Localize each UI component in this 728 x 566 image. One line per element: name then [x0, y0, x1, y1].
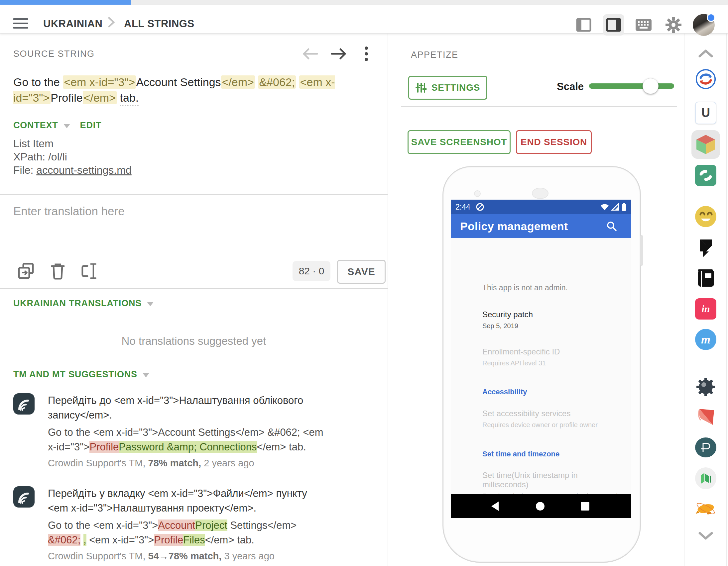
translation-input[interactable]: Enter translation here	[13, 205, 125, 218]
translation-toolbar	[17, 263, 98, 280]
list-section-header: Set time and timezone	[482, 450, 559, 458]
save-screenshot-button[interactable]: SAVE SCREENSHOT	[408, 130, 511, 154]
sync-icon[interactable]	[695, 68, 716, 90]
search-icon[interactable]	[606, 221, 617, 232]
scale-slider[interactable]	[589, 83, 674, 89]
tm-suggestion-row[interactable]: Перейдіть у вкладку <em x-id="3">Файли</…	[13, 486, 342, 562]
translations-section-label[interactable]: UKRAINIAN TRANSLATIONS	[13, 298, 142, 308]
text-segment-plain	[296, 76, 299, 88]
suggestion-source-diff: Go to the <em x-id="3">Account Settings<…	[48, 425, 327, 454]
u-letter-icon[interactable]: U	[695, 102, 716, 124]
scale-slider-thumb[interactable]	[643, 78, 659, 94]
android-nav-bar	[451, 494, 631, 518]
text-segment-dotted: tab.	[120, 91, 139, 106]
context-caret-icon	[63, 124, 70, 128]
status-icons	[600, 203, 626, 211]
proto-icon[interactable]	[695, 437, 716, 458]
left-panel-layout-icon[interactable]	[573, 14, 594, 36]
page-load-progress-fill	[0, 0, 131, 5]
list-item[interactable]: Security patch Sep 5, 2019	[482, 310, 619, 330]
home-icon[interactable]	[530, 494, 550, 518]
gear-icon[interactable]	[663, 14, 684, 36]
text-segment-tag: &#062;	[258, 75, 296, 89]
text-segment-plain: Go to the	[13, 76, 63, 88]
avatar[interactable]	[693, 14, 715, 36]
scale-label: Scale	[549, 81, 584, 93]
list-divider	[459, 437, 631, 437]
framer-icon[interactable]	[695, 238, 716, 259]
translations-caret-icon	[147, 302, 154, 306]
text-segment-ins: Password &amp; Connections	[119, 441, 257, 453]
status-time: 2:44	[455, 203, 470, 212]
device-screen[interactable]: 2:44 Policy management This app is not a…	[451, 200, 631, 518]
device-speaker	[532, 188, 548, 199]
next-string-icon[interactable]	[330, 46, 346, 62]
online-status-badge	[707, 13, 715, 22]
device-camera	[474, 190, 481, 197]
app-bar-title: Policy management	[460, 220, 568, 233]
recents-icon[interactable]	[575, 494, 595, 518]
invision-icon[interactable]: in	[695, 298, 716, 319]
journal-icon[interactable]	[695, 268, 716, 289]
context-type: List Item	[13, 137, 132, 150]
text-segment-tag: <em x-id="3">	[63, 75, 136, 89]
appetize-cube-icon[interactable]	[695, 134, 716, 155]
smiley-icon[interactable]	[695, 206, 716, 227]
text-segment-tag: </em>	[221, 75, 255, 89]
breadcrumb-section[interactable]: ALL STRINGS	[124, 18, 194, 30]
text-segment-ins: Project	[195, 519, 227, 531]
copy-source-icon[interactable]	[17, 263, 35, 280]
android-status-bar: 2:44	[451, 200, 631, 214]
tm-source-icon	[13, 393, 35, 414]
text-segment-plain: Go to the <em x-id="3">	[48, 519, 158, 531]
text-segment-plain: Settings</em>	[227, 519, 297, 531]
context-info: List Item XPath: /ol/li File: account-se…	[13, 137, 132, 177]
text-segment-plain	[80, 534, 83, 546]
zeplin-icon[interactable]	[695, 498, 716, 519]
tm-caret-icon	[143, 373, 149, 377]
text-segment-del: &#062;	[48, 534, 80, 546]
suggestion-translation-text: Перейдіть до <em x-id="3">Налаштування о…	[48, 393, 327, 422]
back-icon[interactable]	[485, 494, 505, 518]
appetize-settings-button[interactable]: SETTINGS	[408, 76, 487, 100]
admin-notice: This app is not an admin.	[482, 283, 568, 292]
clear-translation-icon[interactable]	[81, 263, 98, 280]
text-segment-ins: ,	[83, 534, 86, 546]
sliders-icon	[416, 82, 427, 93]
list-item: Enrollment-specific ID Requires API leve…	[482, 347, 619, 368]
hamburger-menu-icon[interactable]	[13, 18, 28, 30]
suggestion-source-diff: Go to the <em x-id="3">AccountProject Se…	[48, 518, 327, 547]
medium-icon[interactable]	[695, 468, 716, 489]
tm-source-icon	[13, 486, 35, 508]
divider	[0, 194, 388, 195]
text-segment-del: Account	[158, 519, 195, 531]
previous-string-icon[interactable]	[303, 46, 318, 62]
appetize-title: APPETIZE	[411, 50, 458, 60]
context-toggle[interactable]: CONTEXT	[13, 120, 58, 131]
suggestion-meta: Crowdin Support's TM, 78% match, 2 years…	[48, 458, 327, 469]
breadcrumb-project[interactable]: UKRAINIAN	[43, 18, 102, 30]
loop-icon[interactable]	[695, 165, 716, 186]
context-xpath: XPath: /ol/li	[13, 150, 132, 164]
end-session-button[interactable]: END SESSION	[516, 130, 592, 154]
kebab-menu-icon[interactable]	[358, 46, 374, 62]
text-segment-plain: </em> tab.	[257, 441, 306, 453]
tm-suggestion-body: Перейдіть до <em x-id="3">Налаштування о…	[48, 393, 327, 469]
marvel-icon[interactable]: m	[695, 329, 716, 350]
source-string-text: Go to the <em x-id="3">Account Settings<…	[13, 74, 385, 106]
tm-section-label[interactable]: TM AND MT SUGGESTIONS	[13, 369, 137, 380]
tm-suggestion-row[interactable]: Перейдіть до <em x-id="3">Налаштування о…	[13, 393, 342, 469]
chevron-up-icon[interactable]	[695, 43, 716, 64]
right-panel-layout-icon[interactable]	[603, 14, 624, 36]
pennant-icon[interactable]	[695, 406, 716, 427]
mine-icon[interactable]	[695, 376, 716, 397]
save-translation-button[interactable]: SAVE	[337, 260, 386, 283]
context-file-link[interactable]: account-settings.md	[36, 164, 131, 176]
delete-translation-icon[interactable]	[49, 263, 66, 280]
source-string-label: SOURCE STRING	[13, 49, 95, 59]
keyboard-icon[interactable]	[633, 14, 654, 36]
context-edit-button[interactable]: EDIT	[80, 120, 102, 131]
top-header-bar: UKRAINIAN ALL STRINGS	[0, 5, 728, 34]
chevron-down-icon[interactable]	[695, 525, 716, 547]
text-segment-tag: </em>	[83, 91, 117, 104]
